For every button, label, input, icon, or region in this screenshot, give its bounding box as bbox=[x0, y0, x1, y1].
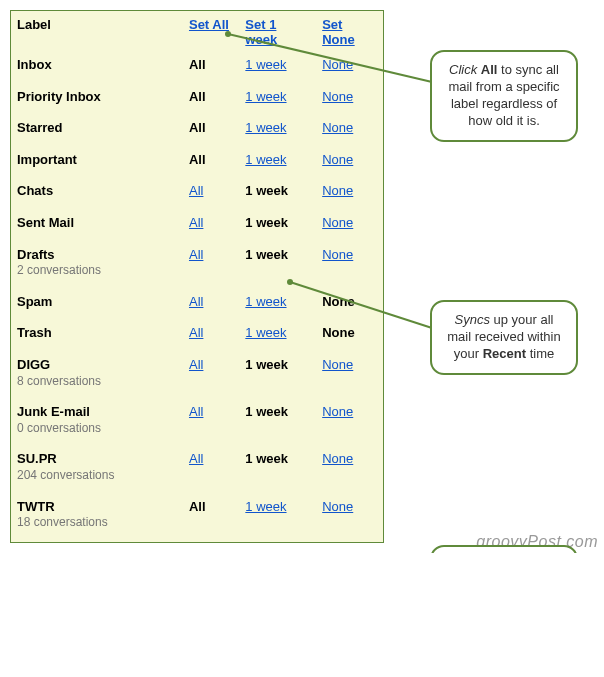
set-1-week-link[interactable]: Set 1 week bbox=[245, 17, 277, 47]
label-cell: TWTR 18 conversations bbox=[11, 491, 183, 538]
table-row: ChatsAll1 weekNone bbox=[11, 175, 383, 207]
label-subtext: 204 conversations bbox=[17, 468, 114, 482]
option-all-link[interactable]: All bbox=[189, 294, 203, 309]
label-cell: Chats bbox=[11, 175, 183, 207]
table-row: InboxAll1 weekNone bbox=[11, 49, 383, 81]
option-week-link[interactable]: 1 week bbox=[245, 325, 286, 340]
option-none-link[interactable]: None bbox=[322, 357, 353, 372]
label-sync-panel: Label Set All Set 1 week Set None InboxA… bbox=[10, 10, 384, 543]
option-none-link[interactable]: None bbox=[322, 404, 353, 419]
table-row: ImportantAll1 weekNone bbox=[11, 144, 383, 176]
label-cell: SU.PR 204 conversations bbox=[11, 443, 183, 490]
label-sync-table: Label Set All Set 1 week Set None InboxA… bbox=[11, 17, 383, 538]
option-week-selected: 1 week bbox=[245, 247, 288, 262]
option-all-selected: All bbox=[189, 89, 206, 104]
option-none-link[interactable]: None bbox=[322, 499, 353, 514]
label-cell: Drafts 2 conversations bbox=[11, 239, 183, 286]
set-all-link[interactable]: Set All bbox=[189, 17, 229, 32]
label-cell: Starred bbox=[11, 112, 183, 144]
option-week-link[interactable]: 1 week bbox=[245, 57, 286, 72]
option-all-selected: All bbox=[189, 152, 206, 167]
table-row: Sent MailAll1 weekNone bbox=[11, 207, 383, 239]
option-none-link[interactable]: None bbox=[322, 152, 353, 167]
callout-week: Syncs up your all mail received within y… bbox=[430, 300, 578, 375]
option-none-link[interactable]: None bbox=[322, 89, 353, 104]
option-all-link[interactable]: All bbox=[189, 404, 203, 419]
option-all-selected: All bbox=[189, 57, 206, 72]
label-cell: Sent Mail bbox=[11, 207, 183, 239]
option-week-selected: 1 week bbox=[245, 451, 288, 466]
option-week-selected: 1 week bbox=[245, 404, 288, 419]
option-none-link[interactable]: None bbox=[322, 247, 353, 262]
option-week-link[interactable]: 1 week bbox=[245, 499, 286, 514]
label-subtext: 8 conversations bbox=[17, 374, 101, 388]
option-week-selected: 1 week bbox=[245, 357, 288, 372]
table-row: DIGG 8 conversationsAll1 weekNone bbox=[11, 349, 383, 396]
option-all-link[interactable]: All bbox=[189, 451, 203, 466]
table-row: SpamAll1 weekNone bbox=[11, 286, 383, 318]
label-subtext: 2 conversations bbox=[17, 263, 101, 277]
option-none-selected: None bbox=[322, 325, 355, 340]
label-cell: Priority Inbox bbox=[11, 81, 183, 113]
option-week-link[interactable]: 1 week bbox=[245, 120, 286, 135]
option-none-selected: None bbox=[322, 294, 355, 309]
label-cell: Trash bbox=[11, 317, 183, 349]
table-row: Junk E-mail 0 conversationsAll1 weekNone bbox=[11, 396, 383, 443]
label-cell: Important bbox=[11, 144, 183, 176]
label-cell: Junk E-mail 0 conversations bbox=[11, 396, 183, 443]
option-all-link[interactable]: All bbox=[189, 247, 203, 262]
option-all-link[interactable]: All bbox=[189, 215, 203, 230]
label-cell: Inbox bbox=[11, 49, 183, 81]
table-row: StarredAll1 weekNone bbox=[11, 112, 383, 144]
option-all-link[interactable]: All bbox=[189, 325, 203, 340]
table-row: TWTR 18 conversationsAll1 weekNone bbox=[11, 491, 383, 538]
label-cell: Spam bbox=[11, 286, 183, 318]
option-all-link[interactable]: All bbox=[189, 357, 203, 372]
option-week-selected: 1 week bbox=[245, 183, 288, 198]
option-none-link[interactable]: None bbox=[322, 451, 353, 466]
option-none-link[interactable]: None bbox=[322, 215, 353, 230]
table-row: TrashAll1 weekNone bbox=[11, 317, 383, 349]
table-row: Priority InboxAll1 weekNone bbox=[11, 81, 383, 113]
option-week-selected: 1 week bbox=[245, 215, 288, 230]
option-none-link[interactable]: None bbox=[322, 183, 353, 198]
option-week-link[interactable]: 1 week bbox=[245, 89, 286, 104]
table-row: SU.PR 204 conversationsAll1 weekNone bbox=[11, 443, 383, 490]
label-cell: DIGG 8 conversations bbox=[11, 349, 183, 396]
callout-all: Click All to sync all mail from a specif… bbox=[430, 50, 578, 142]
table-row: Drafts 2 conversationsAll1 weekNone bbox=[11, 239, 383, 286]
label-subtext: 18 conversations bbox=[17, 515, 108, 529]
label-subtext: 0 conversations bbox=[17, 421, 101, 435]
set-none-link[interactable]: Set None bbox=[322, 17, 355, 47]
option-none-link[interactable]: None bbox=[322, 120, 353, 135]
option-all-selected: All bbox=[189, 120, 206, 135]
callout-none: None excludes all mail with the particul… bbox=[430, 545, 578, 553]
option-all-selected: All bbox=[189, 499, 206, 514]
option-none-link[interactable]: None bbox=[322, 57, 353, 72]
option-week-link[interactable]: 1 week bbox=[245, 152, 286, 167]
option-all-link[interactable]: All bbox=[189, 183, 203, 198]
header-label: Label bbox=[11, 17, 183, 49]
option-week-link[interactable]: 1 week bbox=[245, 294, 286, 309]
